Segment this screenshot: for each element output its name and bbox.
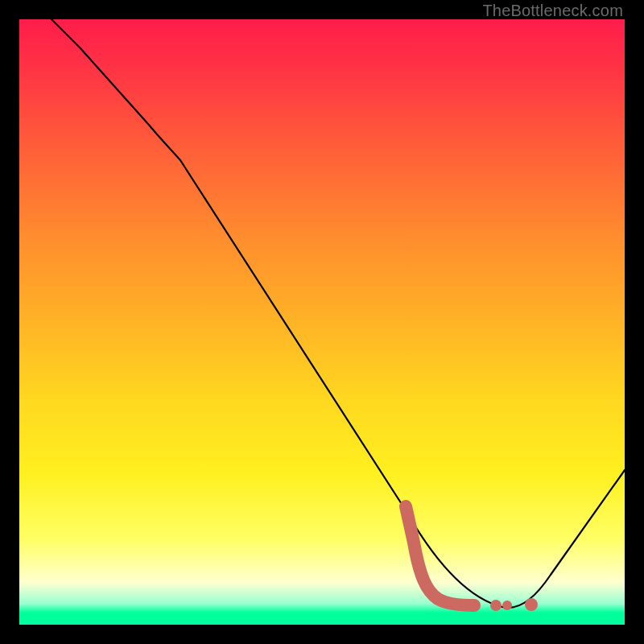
highlight-dot-2 (525, 598, 538, 611)
highlight-l-shape (406, 506, 474, 605)
highlight-dot-1b (502, 601, 512, 610)
chart-frame (19, 19, 625, 625)
chart-overlay (19, 19, 625, 625)
watermark-text: TheBottleneck.com (482, 2, 623, 20)
bottleneck-curve (19, 0, 625, 608)
highlight-dot-1 (490, 600, 502, 611)
